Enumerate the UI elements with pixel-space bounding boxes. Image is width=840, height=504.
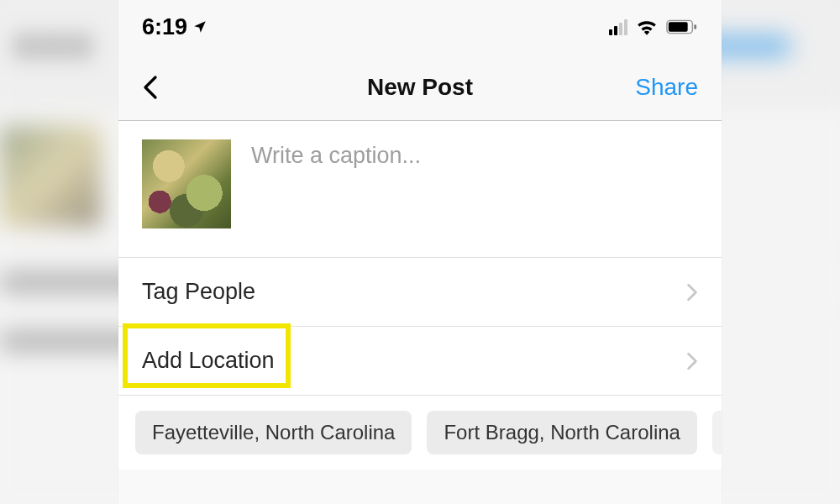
tag-people-row[interactable]: Tag People: [118, 258, 722, 327]
svg-rect-2: [694, 24, 696, 29]
post-thumbnail[interactable]: [142, 139, 231, 228]
location-suggestions: Fayetteville, North Carolina Fort Bragg,…: [118, 396, 722, 470]
svg-rect-1: [669, 22, 688, 31]
back-button[interactable]: [142, 75, 176, 100]
battery-icon: [666, 19, 698, 34]
location-services-icon: [192, 19, 207, 34]
status-time-group: 6:19: [142, 14, 207, 40]
location-chip[interactable]: M: [712, 411, 722, 454]
status-time: 6:19: [142, 14, 187, 40]
caption-input[interactable]: Write a caption...: [251, 139, 421, 228]
page-title: New Post: [367, 74, 473, 101]
location-chip[interactable]: Fayetteville, North Carolina: [135, 411, 412, 454]
add-location-row[interactable]: Add Location: [118, 327, 722, 396]
status-bar: 6:19: [118, 0, 722, 54]
nav-bar: New Post Share: [118, 54, 722, 121]
phone-frame: 6:19 New Post Share Write a caption...: [118, 0, 722, 504]
chevron-left-icon: [142, 75, 159, 100]
wifi-icon: [636, 18, 658, 35]
add-location-label: Add Location: [142, 348, 275, 374]
status-right: [609, 18, 698, 35]
location-chip[interactable]: Fort Bragg, North Carolina: [427, 411, 696, 454]
cellular-signal-icon: [609, 18, 627, 35]
chevron-right-icon: [686, 283, 698, 302]
chevron-right-icon: [686, 352, 698, 370]
share-button[interactable]: Share: [635, 74, 698, 101]
caption-section: Write a caption...: [118, 121, 722, 258]
tag-people-label: Tag People: [142, 279, 255, 305]
